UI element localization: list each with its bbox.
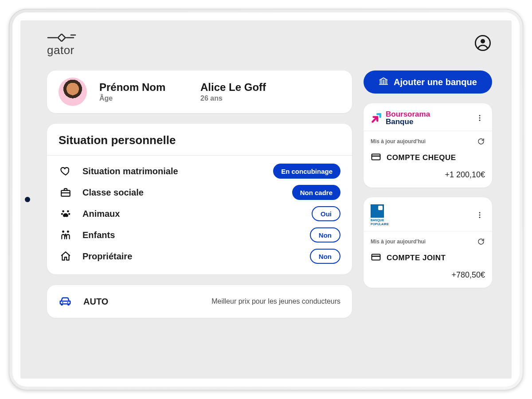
refresh-button[interactable] xyxy=(477,137,485,145)
refresh-icon xyxy=(477,137,485,145)
bank-card-boursorama: Boursorama Banque Mis à jour aujourd'hui xyxy=(364,103,492,188)
svg-point-8 xyxy=(62,210,64,212)
paw-icon xyxy=(59,208,73,219)
svg-point-14 xyxy=(65,234,66,235)
more-vertical-icon xyxy=(476,114,484,122)
bank-name-line2: POPULAIRE xyxy=(371,223,389,226)
svg-rect-20 xyxy=(372,154,380,160)
svg-point-5 xyxy=(481,39,485,43)
bank-body: Mis à jour aujourd'hui COMPTE CHEQUE xyxy=(364,131,492,188)
boursorama-arrow-icon xyxy=(371,112,382,124)
content-grid: Prénom Nom Âge Alice Le Goff 26 ans Situ… xyxy=(47,70,492,318)
card-icon xyxy=(371,252,381,264)
situation-row-marital: Situation matrimoniale En concubinage xyxy=(59,164,340,179)
situation-card: Situation personnelle Situation matrimon… xyxy=(47,124,352,274)
profile-name-value: Alice Le Goff xyxy=(200,81,266,94)
svg-point-13 xyxy=(67,231,69,233)
bp-square-icon xyxy=(371,204,384,218)
bank-logo-banque-populaire: BANQUE POPULAIRE xyxy=(371,204,389,226)
bank-card-banque-populaire: BANQUE POPULAIRE Mis à jour aujourd'hui xyxy=(364,197,492,288)
tablet-frame: gator Prénom Nom Âge xyxy=(9,9,523,390)
svg-point-24 xyxy=(479,217,481,218)
situation-label: Classe sociale xyxy=(82,188,144,198)
bank-menu-button[interactable] xyxy=(474,210,485,220)
bank-logo-boursorama: Boursorama Banque xyxy=(371,110,430,125)
svg-point-10 xyxy=(61,213,63,215)
top-bar: gator xyxy=(47,34,492,57)
tablet-camera xyxy=(25,197,30,202)
profile-avatar[interactable] xyxy=(59,78,87,106)
svg-point-15 xyxy=(62,302,63,303)
situation-row-class: Classe sociale Non cadre xyxy=(59,185,340,200)
situation-value-pill[interactable]: Non cadre xyxy=(292,185,340,200)
bank-balance: +780,50€ xyxy=(371,270,485,280)
briefcase-icon xyxy=(59,187,73,198)
bank-building-icon xyxy=(379,76,388,88)
svg-point-16 xyxy=(67,302,68,303)
svg-point-19 xyxy=(479,120,481,121)
auto-title: AUTO xyxy=(83,297,108,307)
app-root: gator Prénom Nom Âge xyxy=(20,20,512,379)
svg-point-18 xyxy=(479,117,481,119)
situation-label: Animaux xyxy=(82,209,120,219)
profile-age-label: Âge xyxy=(99,94,188,102)
bank-balance: +1 200,10€ xyxy=(371,170,485,180)
home-icon xyxy=(59,250,73,262)
situation-label: Enfants xyxy=(82,230,115,240)
more-vertical-icon xyxy=(476,211,484,219)
bank-name-line1: Boursorama xyxy=(386,110,430,118)
situation-value-pill[interactable]: Non xyxy=(310,227,340,243)
profile-age-value: 26 ans xyxy=(200,94,266,102)
profile-card: Prénom Nom Âge Alice Le Goff 26 ans xyxy=(47,70,352,113)
situation-row-animals: Animaux Oui xyxy=(59,206,340,221)
bank-menu-button[interactable] xyxy=(474,113,485,123)
bank-account-row[interactable]: COMPTE JOINT xyxy=(371,252,485,264)
bank-header: BANQUE POPULAIRE xyxy=(364,197,492,231)
situation-label: Situation matrimoniale xyxy=(82,166,178,176)
refresh-button[interactable] xyxy=(477,238,485,246)
car-icon xyxy=(59,294,72,309)
auto-subtitle: Meilleur prix pour les jeunes conducteur… xyxy=(211,297,340,305)
situation-value-pill[interactable]: Oui xyxy=(312,206,340,221)
add-bank-label: Ajouter une banque xyxy=(394,77,477,87)
svg-point-23 xyxy=(479,215,481,216)
situation-value-pill[interactable]: Non xyxy=(310,249,340,264)
svg-rect-25 xyxy=(372,254,380,260)
situation-title: Situation personnelle xyxy=(47,124,352,156)
svg-point-22 xyxy=(479,212,481,213)
account-menu-button[interactable] xyxy=(473,34,492,52)
auto-card[interactable]: AUTO Meilleur prix pour les jeunes condu… xyxy=(47,285,352,318)
refresh-icon xyxy=(477,238,485,246)
situation-row-owner: Propriétaire Non xyxy=(59,249,340,264)
family-icon xyxy=(59,229,73,241)
situation-list: Situation matrimoniale En concubinage Cl… xyxy=(47,156,352,274)
left-column: Prénom Nom Âge Alice Le Goff 26 ans Situ… xyxy=(47,70,352,318)
account-circle-icon xyxy=(474,35,491,51)
profile-name-label: Prénom Nom xyxy=(99,81,188,94)
brand-logo[interactable]: gator xyxy=(47,34,76,57)
profile-labels: Prénom Nom Âge xyxy=(99,81,188,102)
svg-point-11 xyxy=(68,213,70,215)
card-icon xyxy=(371,152,381,164)
svg-point-12 xyxy=(62,231,64,233)
bank-name-line2: Banque xyxy=(386,118,430,125)
svg-point-9 xyxy=(67,210,69,212)
add-bank-button[interactable]: Ajouter une banque xyxy=(364,70,492,94)
situation-row-children: Enfants Non xyxy=(59,227,340,243)
bank-account-label: COMPTE JOINT xyxy=(387,254,446,262)
bank-account-label: COMPTE CHEQUE xyxy=(387,153,456,162)
bank-body: Mis à jour aujourd'hui COMPTE JOINT xyxy=(364,231,492,288)
situation-label: Propriétaire xyxy=(82,251,132,262)
bank-header: Boursorama Banque xyxy=(364,103,492,131)
situation-value-pill[interactable]: En concubinage xyxy=(273,164,340,179)
svg-point-17 xyxy=(479,115,481,116)
svg-rect-1 xyxy=(58,34,66,42)
brand-name: gator xyxy=(47,43,74,57)
profile-values: Alice Le Goff 26 ans xyxy=(200,81,266,102)
bank-account-row[interactable]: COMPTE CHEQUE xyxy=(371,152,485,164)
brand-mark-icon xyxy=(47,34,76,42)
right-column: Ajouter une banque Boursorama xyxy=(364,70,492,318)
bank-name-line1: BANQUE xyxy=(371,219,389,222)
tablet-screen: gator Prénom Nom Âge xyxy=(12,12,520,387)
heart-icon xyxy=(59,165,73,177)
